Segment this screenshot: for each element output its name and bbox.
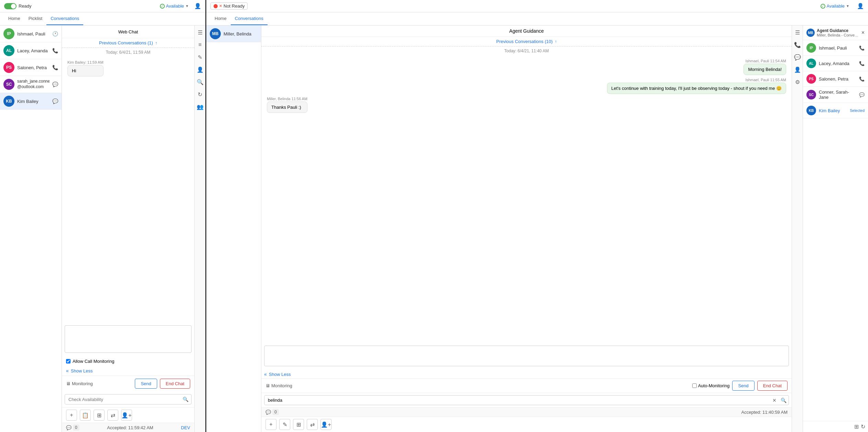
right-header: ✕ Not Ready Available ▼ 👤 [206,0,868,12]
prev-conversations-left[interactable]: Previous Conversations (1) ↑ [62,38,194,48]
conversation-list-right: MB Miller, Belinda [206,25,261,432]
prev-conversations-right[interactable]: Previous Conversations (10) ↑ [261,37,792,46]
ag-close-button[interactable]: × [861,30,865,36]
chat-icon-right[interactable]: 💬 [793,52,802,62]
send-button-left[interactable]: Send [135,379,157,389]
upload-icon: ↑ [155,41,157,45]
group-icon-left[interactable]: 👥 [195,102,205,112]
contact-item-lacey-amanda[interactable]: AL Lacey, Amanda 📞 [0,42,62,59]
contact-item-salonen-petra[interactable]: PS Salonen, Petra 📞 [0,59,62,76]
chevron-down-icon-right[interactable]: ▼ [846,4,849,8]
not-ready-toggle[interactable]: ✕ Not Ready [210,2,248,10]
menu-icon-right[interactable]: ☰ [793,28,802,37]
allow-monitoring-checkbox[interactable] [66,359,70,363]
phone-icon-ag: 📞 [859,45,865,51]
person-icon-left[interactable]: 👤 [195,65,205,74]
not-ready-text: Not Ready [224,3,245,9]
ag-avatar-ip: IP [806,43,816,53]
chat-footer-left: 🖥 Monitoring Send End Chat [62,376,194,391]
ag-contact-salonen[interactable]: PS Salonen, Petra 📞 [803,71,868,87]
phone-icon: 📞 [52,65,58,70]
ag-contact-kim-bailey[interactable]: KB Kim Bailey Selected [803,103,868,118]
add-person-button-left[interactable]: 👤+ [121,410,132,421]
edit-icon-left[interactable]: ✎ [195,52,205,62]
show-less-right[interactable]: « Show Less [261,370,792,378]
available-icon-right [821,4,825,9]
show-less-left[interactable]: « Show Less [62,366,194,376]
available-label: Available [166,3,184,9]
clock-icon: 🕐 [52,31,58,36]
check-availability-input[interactable] [65,395,180,404]
ag-title: Agent Guidance [817,28,859,33]
ag-avatar: MB [806,29,815,37]
list-icon-left[interactable]: ≡ [195,40,205,50]
contact-item-kim-bailey[interactable]: KB Kim Bailey 💬 [0,93,62,110]
chat-input-right[interactable] [264,346,789,366]
person-icon[interactable]: 👤 [194,3,201,9]
phone-icon-right[interactable]: 📞 [793,40,802,50]
tab-conversations-right[interactable]: Conversations [231,12,268,25]
chat-footer-right: 🖥 Monitoring Auto-Monitoring Send End Ch… [261,378,792,393]
ag-icon-1[interactable]: ⊞ [854,423,859,430]
transfer-button-right[interactable]: ⇄ [307,419,318,430]
person-icon-right2[interactable]: 👤 [793,65,802,74]
message-bubble: Hi [67,65,104,76]
search-row: ✕ 🔍 [261,393,792,407]
contact-item-ishmael-pauli[interactable]: IP Ishmael, Pauli 🕐 [0,25,62,42]
conv-item-miller-belinda[interactable]: MB Miller, Belinda [206,25,261,42]
grid-button-right[interactable]: ⊞ [293,419,304,430]
available-label-right: Available [827,3,845,9]
date-separator-left: Today: 6/4/21, 11:59 AM [62,48,194,57]
search-icon-right[interactable]: 🔍 [779,396,789,404]
bottom-toolbar-left: + 📋 ⊞ ⇄ 👤+ [62,407,194,423]
tab-conversations-left[interactable]: Conversations [46,12,83,25]
add-person-button-right[interactable]: 👤+ [321,419,332,430]
add-button-right[interactable]: + [265,419,276,430]
copy-button-left[interactable]: 📋 [80,410,91,421]
clear-search-icon[interactable]: ✕ [770,396,779,404]
message-bubble-out2: Let's continue with training today, I'll… [607,83,786,94]
toggle-switch[interactable] [4,3,17,9]
menu-icon-left[interactable]: ☰ [195,28,205,37]
chat-icon-ag-sc: 💬 [859,92,865,97]
ag-contact-name-sc: Conner, Sarah-Jane [819,89,856,100]
left-header: Ready Available ▼ 👤 [0,0,205,12]
add-button-left[interactable]: + [66,410,77,421]
red-status-dot [214,4,218,8]
ag-contact-ishmael[interactable]: IP Ishmael, Pauli 📞 [803,40,868,56]
grid-button-left[interactable]: ⊞ [94,410,105,421]
tab-home-left[interactable]: Home [4,12,24,25]
search-icon-left[interactable]: 🔍 [180,394,191,404]
ag-contact-name-ps: Salonen, Petra [819,76,856,82]
contact-item-sarah-jane[interactable]: SC sarah_jane.conner@outlook.com 💬 [0,76,62,93]
end-chat-button-right[interactable]: End Chat [757,381,788,391]
chat-input-left[interactable] [65,325,192,353]
refresh-icon-left[interactable]: ↻ [195,89,205,99]
ag-icon-2[interactable]: ↻ [861,423,865,430]
send-button-right[interactable]: Send [732,381,754,391]
end-chat-button-left[interactable]: End Chat [160,379,190,389]
person-icon-right[interactable]: 👤 [857,3,864,9]
tab-home-right[interactable]: Home [210,12,231,25]
settings-icon-right[interactable]: ⚙ [793,77,802,87]
search-input-right[interactable] [264,396,770,405]
phone-icon: 📞 [52,48,58,53]
tab-picklist[interactable]: Picklist [24,12,46,25]
auto-monitoring-label: Auto-Monitoring [698,383,730,388]
auto-monitoring-checkbox[interactable] [692,383,697,388]
transfer-button-left[interactable]: ⇄ [107,410,118,421]
available-button[interactable]: Available ▼ [160,3,189,9]
zoom-icon-left[interactable]: 🔍 [195,77,205,87]
message-item-incoming-1: Miller, Belinda 11:56 AM Thanks Pauli :) [267,97,307,113]
ready-toggle[interactable]: Ready [4,3,32,9]
date-separator-right: Today: 6/4/21, 11:40 AM [261,46,792,55]
chevron-down-icon[interactable]: ▼ [185,4,189,8]
edit-button-right[interactable]: ✎ [279,419,290,430]
chat-input-area-right [264,346,789,367]
x-button[interactable]: ✕ [219,4,222,8]
available-button-right[interactable]: Available ▼ [821,3,849,9]
ag-contact-lacey[interactable]: AL Lacey, Amanda 📞 [803,56,868,71]
ag-contact-conner[interactable]: SC Conner, Sarah-Jane 💬 [803,87,868,103]
avatar-al: AL [3,45,14,56]
chat-main-right: Agent Guidance Previous Conversations (1… [261,25,792,432]
